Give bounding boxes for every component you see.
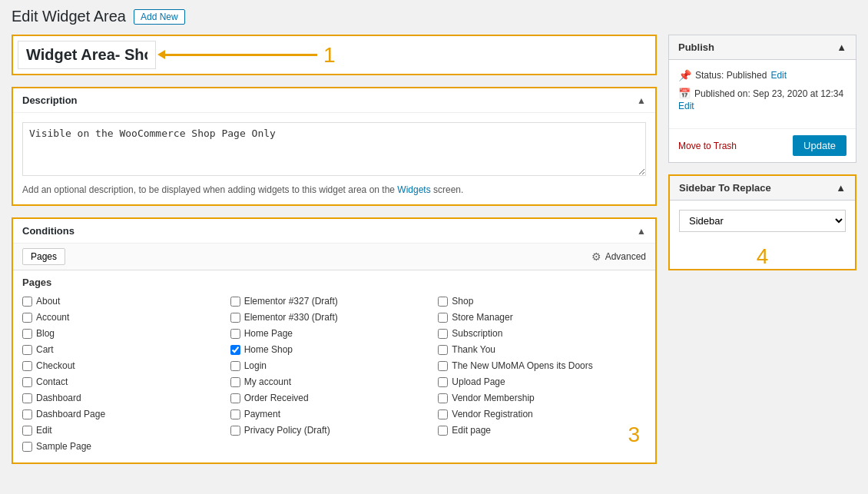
step-1-number: 1 [323, 43, 336, 68]
checkbox-item: My account [230, 375, 439, 389]
published-row: 📅 Published on: Sep 23, 2020 at 12:34 Ed… [678, 88, 846, 111]
checkbox-account[interactable] [22, 313, 32, 323]
checkbox-label: Edit [36, 425, 52, 436]
pages-tab[interactable]: Pages [22, 248, 65, 265]
gear-icon: ⚙ [591, 250, 601, 263]
publish-panel-header: Publish ▲ [669, 35, 856, 60]
sidebar-panel-header: Sidebar To Replace ▲ [670, 176, 855, 201]
published-edit-link[interactable]: Edit [678, 101, 846, 111]
checkbox-vendor-membership[interactable] [438, 393, 448, 403]
checkbox-item: Home Page [230, 327, 439, 340]
checkboxes-grid: AboutElementor #327 (Draft)ShopAccountEl… [13, 291, 655, 463]
status-icon: 📌 [678, 69, 691, 81]
checkbox-label: Subscription [452, 328, 502, 339]
checkbox-item: Blog [22, 327, 230, 340]
checkbox-edit-page[interactable] [438, 426, 448, 436]
checkbox-label: Store Manager [452, 312, 512, 323]
sidebar-title: Sidebar To Replace [679, 182, 771, 194]
checkbox-label: Sample Page [36, 441, 91, 452]
checkbox-label: Payment [244, 409, 280, 419]
publish-panel-content: 📌 Status: Published Edit 📅 Published on:… [669, 60, 856, 128]
checkbox-upload-page[interactable] [438, 377, 448, 387]
move-to-trash-link[interactable]: Move to Trash [678, 141, 737, 151]
checkbox-label: Edit page [452, 425, 491, 436]
publish-panel: Publish ▲ 📌 Status: Published Edit 📅 Pub… [668, 35, 856, 163]
checkbox-item: Thank You [438, 343, 646, 356]
status-edit-link[interactable]: Edit [770, 70, 787, 81]
checkbox-label: Home Shop [244, 344, 293, 355]
checkbox-my-account[interactable] [230, 377, 240, 387]
checkbox-label: Order Received [244, 393, 309, 403]
advanced-label: Advanced [605, 251, 646, 262]
checkbox-elementor-#327-(draft)[interactable] [230, 297, 240, 307]
checkbox-elementor-#330-(draft)[interactable] [230, 313, 240, 323]
checkbox-about[interactable] [22, 297, 32, 307]
checkbox-item: Upload Page [438, 375, 646, 389]
checkbox-payment[interactable] [230, 409, 240, 419]
status-row: 📌 Status: Published Edit [678, 69, 846, 81]
sidebar-panel: Sidebar To Replace ▲ SidebarFooterHeader… [668, 174, 856, 270]
checkbox-item: Cart [22, 343, 230, 356]
checkbox-subscription[interactable] [438, 329, 448, 339]
checkbox-item: Privacy Policy (Draft) [230, 423, 439, 437]
checkbox-home-page[interactable] [230, 329, 240, 339]
pages-group-label: Pages [13, 270, 655, 291]
calendar-icon: 📅 [678, 88, 691, 99]
checkbox-dashboard-page[interactable] [22, 409, 32, 419]
widgets-link[interactable]: Widgets [397, 184, 430, 195]
description-collapse-icon[interactable]: ▲ [637, 95, 646, 106]
checkbox-label: Upload Page [452, 376, 505, 387]
checkbox-item: Edit page [438, 423, 646, 437]
status-text: Status: Published [695, 70, 767, 81]
add-new-button[interactable]: Add New [134, 9, 185, 25]
checkbox-item: The New UMoMA Opens its Doors [438, 359, 646, 373]
checkbox-the-new-umoma-opens-its-doors[interactable] [438, 361, 448, 371]
published-text: Published on: Sep 23, 2020 at 12:34 [694, 88, 843, 99]
checkbox-item: Login [230, 359, 439, 373]
checkbox-privacy-policy-(draft)[interactable] [230, 426, 240, 436]
checkbox-item: Elementor #330 (Draft) [230, 310, 439, 324]
checkbox-label: About [36, 296, 60, 307]
sidebar-panel-content: SidebarFooterHeader [670, 201, 855, 241]
advanced-button[interactable]: ⚙ Advanced [591, 250, 646, 263]
checkbox-cart[interactable] [22, 345, 32, 355]
checkbox-item: Account [22, 310, 230, 324]
sidebar-collapse-icon[interactable]: ▲ [836, 182, 846, 194]
checkbox-dashboard[interactable] [22, 393, 32, 403]
update-button[interactable]: Update [793, 135, 846, 156]
checkbox-store-manager[interactable] [438, 313, 448, 323]
step-arrow: 1 [164, 43, 651, 68]
checkbox-item: About [22, 294, 230, 308]
checkbox-label: Contact [36, 376, 68, 387]
checkbox-edit[interactable] [22, 426, 32, 436]
checkbox-item: Shop [438, 294, 646, 308]
checkbox-login[interactable] [230, 361, 240, 371]
checkbox-item: Vendor Membership [438, 391, 646, 405]
checkbox-checkout[interactable] [22, 361, 32, 371]
checkbox-item: Payment [230, 407, 439, 421]
checkbox-item: Dashboard Page [22, 407, 230, 421]
checkbox-shop[interactable] [438, 297, 448, 307]
checkbox-label: Vendor Registration [452, 409, 532, 419]
checkbox-label: Dashboard [36, 393, 81, 403]
description-textarea[interactable] [22, 122, 646, 176]
checkbox-vendor-registration[interactable] [438, 409, 448, 419]
checkbox-item: Contact [22, 375, 230, 389]
checkbox-sample-page[interactable] [22, 442, 32, 452]
sidebar-replace-select[interactable]: SidebarFooterHeader [679, 210, 846, 232]
checkbox-thank-you[interactable] [438, 345, 448, 355]
checkbox-blog[interactable] [22, 329, 32, 339]
checkbox-item: Checkout [22, 359, 230, 373]
checkbox-order-received[interactable] [230, 393, 240, 403]
checkbox-home-shop[interactable] [230, 345, 240, 355]
title-section: 1 [12, 35, 657, 75]
checkbox-item: Vendor Registration [438, 407, 646, 421]
checkbox-label: Elementor #327 (Draft) [244, 296, 338, 307]
checkbox-contact[interactable] [22, 377, 32, 387]
step-4-number: 4 [670, 241, 855, 269]
publish-collapse-icon[interactable]: ▲ [837, 41, 846, 53]
checkbox-item: Store Manager [438, 310, 646, 324]
step-3-number: 3 [628, 423, 640, 447]
conditions-collapse-icon[interactable]: ▲ [637, 226, 646, 237]
widget-area-title-input[interactable] [18, 41, 156, 69]
